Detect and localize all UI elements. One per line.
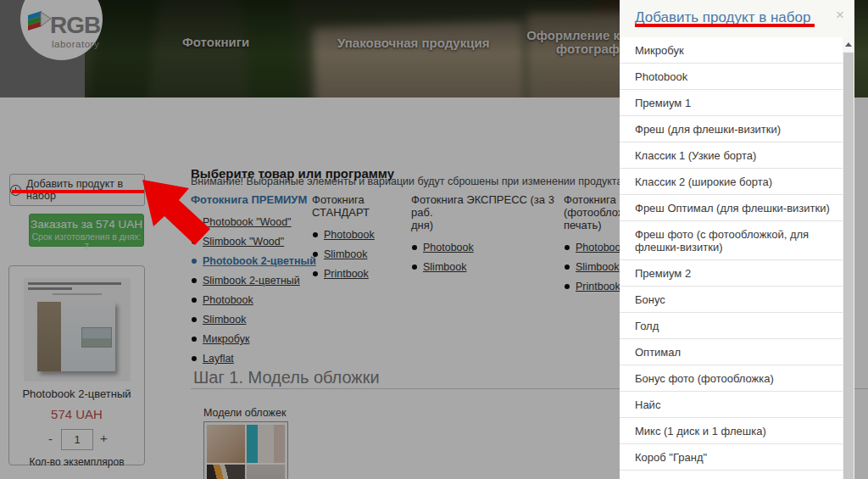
panel-product-item[interactable]: Бонус [620,287,843,313]
panel-product-item[interactable]: Фреш Оптимал (для флешки-визитки) [620,195,843,221]
panel-product-item[interactable]: Photobook [620,64,843,90]
panel-product-label: Классик 2 (широкие борта) [635,175,772,188]
panel-product-item[interactable]: Премиум 2 [620,260,843,287]
panel-product-label: Классик 1 (Узкие борта) [635,149,756,162]
panel-product-label: Фреш (для флешки-визитки) [635,123,781,136]
panel-product-label: Фреш Оптимал (для флешки-визитки) [635,202,830,214]
panel-product-item[interactable]: Микробук [620,37,843,64]
screen: RGB laboratory Фотокниги Упаковочная про… [0,0,868,479]
panel-product-item[interactable]: Голд [620,313,843,339]
scroll-up-icon [845,42,852,47]
panel-product-item[interactable]: Премиум 1 [620,90,843,116]
panel-product-label: Бонус [635,293,665,306]
close-icon[interactable]: × [836,7,844,24]
panel-product-label: Фреш фото (с фотообложкой, для флешки-ви… [635,228,809,253]
panel-product-label: Photobook [635,70,687,83]
panel-product-item[interactable]: Оптимал [620,339,843,365]
panel-product-list: МикробукPhotobookПремиум 1Фреш (для флеш… [620,37,843,479]
panel-product-label: Оптимал [635,346,681,359]
panel-product-item[interactable]: Фреш фото (с фотообложкой, для флешки-ви… [620,221,843,260]
panel-product-item[interactable]: Классик 1 (Узкие борта) [620,142,843,169]
panel-scrollbar[interactable] [843,37,854,479]
panel-product-item[interactable]: Короб "Гранд" [620,444,843,471]
panel-product-item[interactable]: Классик 2 (широкие борта) [620,169,843,195]
panel-product-item[interactable]: Найс [620,392,843,418]
panel-product-label: Микробук [635,44,684,57]
scroll-up-button[interactable] [843,37,854,52]
panel-product-item[interactable]: Бонус фото (фотообложка) [620,365,843,392]
panel-title: Добавить продукт в набор [635,9,810,26]
panel-product-label: Короб "Гранд" [635,451,707,464]
panel-header: Добавить продукт в набор × [620,0,854,37]
panel-product-item[interactable]: Фреш (для флешки-визитки) [620,116,843,142]
panel-product-label: Голд [635,320,659,332]
panel-product-label: Премиум 1 [635,97,691,109]
panel-product-label: Микс (1 диск и 1 флешка) [635,425,766,437]
panel-product-label: Премиум 2 [635,267,691,280]
add-product-panel: Добавить продукт в набор × МикробукPhoto… [620,0,854,479]
panel-product-label: Найс [635,398,660,411]
scrollbar-thumb[interactable] [843,53,854,479]
panel-product-item[interactable]: Микс (1 диск и 1 флешка) [620,418,843,444]
panel-product-label: Бонус фото (фотообложка) [635,372,774,385]
